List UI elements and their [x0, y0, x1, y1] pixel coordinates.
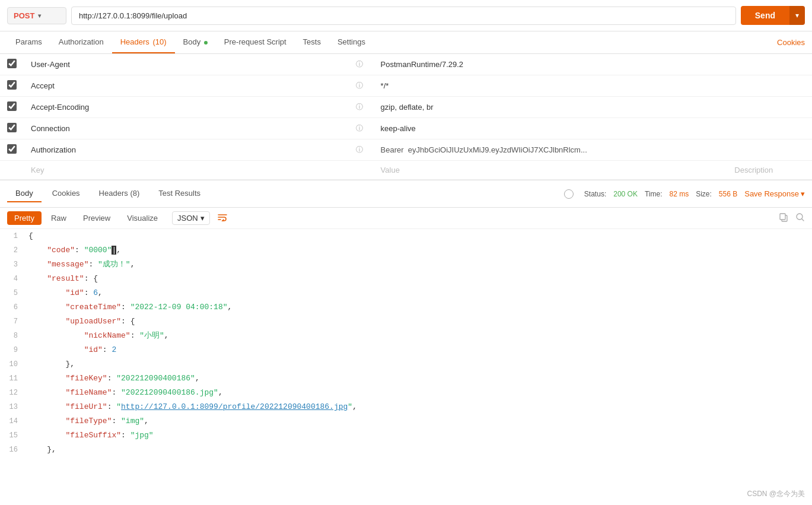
- globe-icon: [564, 189, 574, 199]
- code-line-2: 2 "code": "0000"|,: [0, 243, 812, 258]
- search-icon[interactable]: [795, 212, 805, 224]
- cookies-link[interactable]: Cookies: [777, 32, 805, 53]
- tab-params[interactable]: Params: [7, 31, 50, 53]
- preview-button[interactable]: Preview: [76, 211, 117, 225]
- pretty-button[interactable]: Pretty: [7, 211, 42, 225]
- request-tabs: Params Authorization Headers (10) Body P…: [0, 31, 812, 54]
- response-status-bar: Status: 200 OK Time: 82 ms Size: 556 B S…: [564, 189, 805, 199]
- code-line-10: 10 },: [0, 357, 812, 371]
- wrap-icon[interactable]: [217, 213, 228, 224]
- time-label: Time:: [645, 190, 663, 198]
- chevron-down-icon: ▾: [801, 189, 805, 198]
- method-selector[interactable]: POST ▾: [7, 7, 66, 24]
- url-input[interactable]: [71, 7, 736, 25]
- info-icon-2: ⓘ: [356, 81, 363, 90]
- format-right-icons: [779, 212, 805, 224]
- format-selector[interactable]: JSON ▾: [172, 211, 210, 225]
- response-body-code: 1 { 2 "code": "0000"|, 3 "message": "成功！…: [0, 229, 812, 457]
- body-dot-indicator: [204, 41, 208, 45]
- code-line-7: 7 "uploadUser": {: [0, 315, 812, 329]
- table-row: Accept ⓘ */*: [0, 75, 812, 97]
- response-tab-cookies[interactable]: Cookies: [44, 185, 88, 202]
- copy-icon[interactable]: [779, 212, 788, 224]
- tab-pre-request[interactable]: Pre-request Script: [216, 31, 295, 53]
- table-row: Accept-Encoding ⓘ gzip, deflate, br: [0, 97, 812, 118]
- header-key-5: Authorization: [24, 139, 349, 161]
- code-line-9: 9 "id": 2: [0, 343, 812, 357]
- code-line-13: 13 "fileUrl": "http://127.0.0.1:8099/pro…: [0, 400, 812, 414]
- header-desc-placeholder: Description: [727, 161, 812, 180]
- method-text: POST: [14, 11, 34, 20]
- code-line-15: 15 "fileSuffix": "jpg": [0, 428, 812, 443]
- size-label: Size:: [696, 190, 712, 198]
- code-line-14: 14 "fileType": "img",: [0, 414, 812, 428]
- info-icon-4: ⓘ: [356, 124, 363, 132]
- chevron-down-icon: ▾: [200, 214, 205, 223]
- info-icon-5: ⓘ: [356, 145, 363, 154]
- size-value: 556 B: [719, 190, 737, 198]
- format-bar: Pretty Raw Preview Visualize JSON ▾: [0, 208, 812, 229]
- response-tab-test-results[interactable]: Test Results: [150, 185, 209, 202]
- raw-button[interactable]: Raw: [44, 211, 74, 225]
- send-button[interactable]: Send: [741, 6, 789, 25]
- header-placeholder-row: Key Value Description: [0, 161, 812, 180]
- code-line-4: 4 "result": {: [0, 272, 812, 286]
- table-row: Connection ⓘ keep-alive: [0, 118, 812, 139]
- header-value-2: */*: [374, 75, 728, 97]
- code-line-12: 12 "fileName": "202212090400186.jpg",: [0, 386, 812, 400]
- header-key-1: User-Agent: [24, 54, 349, 75]
- code-line-5: 5 "id": 6,: [0, 286, 812, 300]
- header-checkbox-5[interactable]: [7, 144, 17, 154]
- header-value-placeholder[interactable]: Value: [374, 161, 728, 180]
- code-line-6: 6 "createTime": "2022-12-09 04:00:18",: [0, 300, 812, 315]
- tab-authorization[interactable]: Authorization: [50, 31, 112, 53]
- info-icon-3: ⓘ: [356, 103, 363, 111]
- chevron-down-icon: ▾: [38, 12, 41, 19]
- send-btn-wrapper: Send ▾: [741, 6, 805, 25]
- send-dropdown-button[interactable]: ▾: [789, 6, 805, 25]
- table-row: Authorization ⓘ Bearer eyJhbGciOiJIUzUxM…: [0, 139, 812, 161]
- header-key-4: Connection: [24, 118, 349, 139]
- response-section: Body Cookies Headers (8) Test Results St…: [0, 180, 812, 457]
- header-checkbox-4[interactable]: [7, 123, 17, 132]
- tab-headers[interactable]: Headers (10): [112, 31, 175, 53]
- header-checkbox-3[interactable]: [7, 101, 17, 111]
- header-key-placeholder[interactable]: Key: [24, 161, 349, 180]
- code-line-3: 3 "message": "成功！",: [0, 258, 812, 272]
- header-value-3: gzip, deflate, br: [374, 97, 728, 118]
- table-row: User-Agent ⓘ PostmanRuntime/7.29.2: [0, 54, 812, 75]
- headers-table: User-Agent ⓘ PostmanRuntime/7.29.2 Accep…: [0, 54, 812, 180]
- response-tab-headers[interactable]: Headers (8): [91, 185, 148, 202]
- tab-tests[interactable]: Tests: [295, 31, 329, 53]
- header-value-5: Bearer eyJhbGciOiJIUzUxMiJ9.eyJzdWIiOiJ7…: [374, 139, 728, 161]
- save-response-button[interactable]: Save Response ▾: [744, 189, 805, 198]
- svg-point-2: [797, 214, 803, 220]
- header-value-1: PostmanRuntime/7.29.2: [374, 54, 728, 75]
- code-line-11: 11 "fileKey": "202212090400186",: [0, 371, 812, 386]
- response-tab-body[interactable]: Body: [7, 185, 42, 202]
- info-icon-1: ⓘ: [356, 60, 363, 68]
- code-line-16: 16 },: [0, 443, 812, 457]
- code-line-1: 1 {: [0, 229, 812, 243]
- header-key-2: Accept: [24, 75, 349, 97]
- url-bar: POST ▾ Send ▾: [0, 0, 812, 31]
- code-line-8: 8 "nickName": "小明",: [0, 329, 812, 343]
- status-label: Status:: [584, 190, 606, 198]
- visualize-button[interactable]: Visualize: [120, 211, 165, 225]
- status-value: 200 OK: [613, 190, 638, 198]
- header-checkbox-1[interactable]: [7, 59, 17, 68]
- header-key-3: Accept-Encoding: [24, 97, 349, 118]
- response-tabs-bar: Body Cookies Headers (8) Test Results St…: [0, 180, 812, 208]
- time-value: 82 ms: [669, 190, 689, 198]
- header-value-4: keep-alive: [374, 118, 728, 139]
- tab-body[interactable]: Body: [175, 31, 216, 53]
- header-checkbox-2[interactable]: [7, 80, 17, 90]
- svg-rect-1: [780, 214, 785, 220]
- tab-settings[interactable]: Settings: [329, 31, 374, 53]
